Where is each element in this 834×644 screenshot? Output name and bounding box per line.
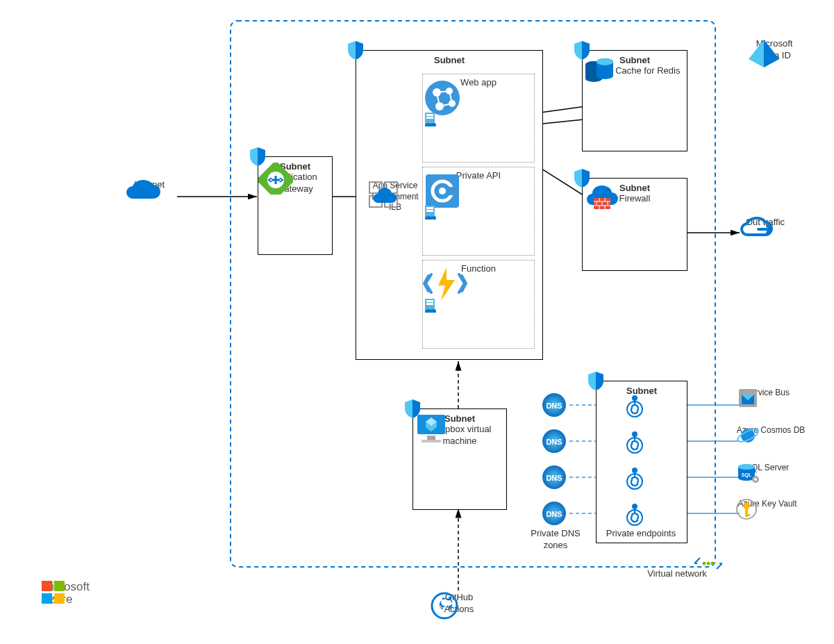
svg-rect-96 <box>42 593 52 604</box>
svg-marker-44 <box>438 267 455 301</box>
ase-icon <box>368 181 399 208</box>
svg-text:SQL: SQL <box>742 472 752 478</box>
svg-rect-58 <box>422 440 441 443</box>
webapp-box: Web app <box>422 74 535 163</box>
private-endpoints-label: Private endpoints <box>597 528 685 540</box>
service-bus-icon <box>736 388 760 408</box>
svg-point-54 <box>597 58 613 65</box>
svg-text:DNS: DNS <box>546 438 562 446</box>
subnet-appgateway: Subnet Application Gateway <box>258 156 333 255</box>
shield-icon <box>249 146 267 167</box>
key-vault-icon <box>736 499 757 521</box>
private-endpoint-icon <box>622 429 647 454</box>
svg-text:DNS: DNS <box>546 510 562 518</box>
private-endpoint-icon <box>622 501 647 526</box>
cloud-arrow-icon <box>737 217 776 245</box>
svg-point-91 <box>743 502 750 509</box>
virtual-network-label: Virtual network <box>639 568 715 580</box>
svg-rect-42 <box>426 207 433 209</box>
subnet-title: Subnet <box>356 51 542 65</box>
private-endpoint-icon <box>622 393 647 418</box>
svg-text:DNS: DNS <box>546 402 562 410</box>
service-bus-node: Service Bus <box>736 388 799 399</box>
ase-ilb-node: App Service Environment ILB <box>368 181 422 213</box>
svg-point-86 <box>738 464 755 470</box>
sql-server-icon: SQL <box>736 463 760 485</box>
server-icon <box>424 204 436 220</box>
server-icon <box>424 111 436 126</box>
subnet-redis: Subnet Azure Cache for Redis <box>582 50 687 151</box>
shield-icon <box>587 370 605 391</box>
subnet-firewall: Subnet Firewall <box>582 178 687 271</box>
dns-icon: DNS <box>542 465 567 490</box>
svg-point-84 <box>756 429 759 432</box>
svg-text:DNS: DNS <box>546 474 562 482</box>
sql-server-node: SQL SQL Server <box>736 463 799 474</box>
svg-point-18 <box>703 562 706 565</box>
entra-id-icon <box>747 38 781 69</box>
subnet-jumpbox: Subnet Jumpbox virtual machine <box>412 408 507 510</box>
cloud-icon <box>122 179 163 206</box>
internet-node: Internet <box>122 179 177 191</box>
cosmos-db-node: Azure Cosmos DB <box>736 425 806 436</box>
svg-rect-97 <box>54 593 65 604</box>
shield-icon <box>573 40 591 60</box>
dns-icon: DNS <box>542 429 567 454</box>
svg-point-29 <box>425 81 460 115</box>
svg-rect-94 <box>42 581 52 591</box>
svg-rect-36 <box>426 117 433 119</box>
svg-marker-22 <box>764 40 779 67</box>
microsoft-azure-logo: Microsoft Azure <box>42 581 90 606</box>
svg-point-75 <box>632 468 637 473</box>
virtual-network-icon <box>694 557 722 570</box>
private-dns-label: Private DNS zones <box>528 528 583 552</box>
private-endpoint-icon <box>622 465 647 490</box>
svg-point-19 <box>707 562 710 565</box>
svg-point-89 <box>754 478 757 481</box>
svg-point-40 <box>439 188 446 195</box>
svg-rect-57 <box>427 436 435 440</box>
svg-rect-93 <box>745 514 750 516</box>
out-traffic-node: Out traffic <box>737 217 793 229</box>
svg-rect-46 <box>426 300 433 302</box>
svg-rect-95 <box>54 581 65 591</box>
private-api-box: Private API <box>422 167 535 256</box>
svg-point-73 <box>632 431 637 437</box>
app-gateway-icon <box>258 163 293 195</box>
svg-rect-39 <box>448 187 458 195</box>
shield-icon <box>347 40 365 60</box>
svg-rect-47 <box>426 303 433 305</box>
svg-rect-43 <box>426 210 433 212</box>
svg-rect-35 <box>426 114 433 116</box>
entra-id-node: Microsoft Entra ID <box>747 38 802 62</box>
github-icon <box>431 592 458 620</box>
firewall-icon <box>583 184 619 213</box>
key-vault-node: Azure Key Vault <box>736 499 799 510</box>
svg-point-20 <box>711 562 715 565</box>
function-icon <box>423 265 467 302</box>
server-icon <box>424 297 436 313</box>
dns-icon: DNS <box>542 501 567 526</box>
microsoft-logo-icon <box>42 581 65 604</box>
svg-point-77 <box>632 504 637 509</box>
svg-point-71 <box>632 395 637 401</box>
shield-icon <box>403 398 422 419</box>
svg-point-53 <box>597 72 613 79</box>
shield-icon <box>573 167 591 188</box>
function-box: Function <box>422 260 535 349</box>
dns-icon: DNS <box>542 393 567 418</box>
cosmos-db-icon <box>736 425 760 446</box>
github-actions-node: GitHub Actions <box>431 592 487 616</box>
